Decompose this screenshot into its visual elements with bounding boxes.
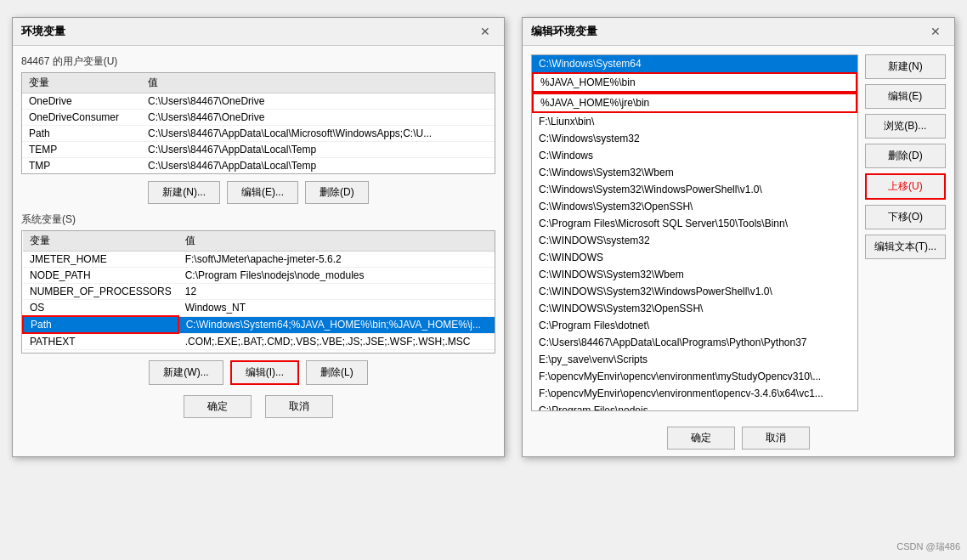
sys-delete-button[interactable]: 删除(L) bbox=[306, 360, 368, 385]
user-variables-table: 变量 值 OneDriveC:\Users\84467\OneDriveOneD… bbox=[22, 73, 495, 174]
edit-env-window: 编辑环境变量 ✕ C:\Windows\System64%JAVA_HOME%\… bbox=[522, 17, 955, 457]
user-val-cell: C:\Users\84467\AppData\Local\Temp bbox=[141, 142, 495, 158]
env-variables-close-button[interactable]: ✕ bbox=[475, 23, 495, 40]
path-list-container[interactable]: C:\Windows\System64%JAVA_HOME%\bin%JAVA_… bbox=[531, 54, 858, 411]
path-list-item[interactable]: E:\py_save\venv\Scripts bbox=[532, 351, 857, 368]
user-var-cell: OneDrive bbox=[22, 93, 141, 110]
sys-table-row[interactable]: PROCESSOR_ARCHITECT...AMD64 bbox=[23, 350, 495, 354]
sys-new-button[interactable]: 新建(W)... bbox=[149, 360, 223, 385]
sys-table-row[interactable]: NODE_PATHC:\Program Files\nodejs\node_mo… bbox=[23, 268, 495, 284]
path-list-item[interactable]: C:\WINDOWS\system32 bbox=[532, 232, 857, 249]
path-list-item[interactable]: C:\Windows\System32\WindowsPowerShell\v1… bbox=[532, 181, 857, 198]
path-list-item[interactable]: %JAVA_HOME%\bin bbox=[532, 72, 857, 93]
sys-val-cell: F:\soft\JMeter\apache-jmeter-5.6.2 bbox=[178, 252, 495, 268]
right-action-button-2[interactable]: 浏览(B)... bbox=[865, 114, 946, 139]
sys-table-row[interactable]: PATHEXT.COM;.EXE;.BAT;.CMD;.VBS;.VBE;.JS… bbox=[23, 333, 495, 350]
left-cancel-button[interactable]: 取消 bbox=[265, 395, 333, 418]
user-table-row[interactable]: OneDriveC:\Users\84467\OneDrive bbox=[22, 93, 495, 110]
path-list-item[interactable]: C:\WINDOWS\System32\Wbem bbox=[532, 266, 857, 283]
path-list-item[interactable]: C:\WINDOWS\System32\OpenSSH\ bbox=[532, 300, 857, 317]
path-list-item[interactable]: F:\Liunx\bin\ bbox=[532, 113, 857, 130]
sys-col-val: 值 bbox=[178, 231, 495, 252]
user-delete-button[interactable]: 删除(D) bbox=[305, 181, 369, 204]
path-list-item[interactable]: F:\opencvMyEnvir\opencv\environment\open… bbox=[532, 385, 857, 402]
path-list-item[interactable]: C:\Windows\System64 bbox=[532, 55, 857, 72]
user-table-row[interactable]: TEMPC:\Users\84467\AppData\Local\Temp bbox=[22, 142, 495, 158]
edit-env-bottom-buttons: 确定 取消 bbox=[523, 420, 954, 456]
sys-table-row[interactable]: PathC:\Windows\System64;%JAVA_HOME%\bin;… bbox=[23, 316, 495, 333]
edit-env-main: C:\Windows\System64%JAVA_HOME%\bin%JAVA_… bbox=[523, 46, 954, 420]
left-ok-button[interactable]: 确定 bbox=[184, 395, 252, 418]
user-buttons-row: 新建(N)... 编辑(E)... 删除(D) bbox=[21, 181, 495, 204]
path-list-item[interactable]: C:\WINDOWS\System32\WindowsPowerShell\v1… bbox=[532, 283, 857, 300]
right-action-buttons: 新建(N)编辑(E)浏览(B)...删除(D)上移(U)下移(O)编辑文本(T)… bbox=[865, 54, 946, 259]
system-variables-table: 变量 值 JMETER_HOMEF:\soft\JMeter\apache-jm… bbox=[22, 231, 495, 354]
path-list: C:\Windows\System64%JAVA_HOME%\bin%JAVA_… bbox=[532, 55, 857, 411]
sys-table-row[interactable]: NUMBER_OF_PROCESSORS12 bbox=[23, 284, 495, 300]
user-val-cell: C:\Users\84467\AppData\Local\Microsoft\W… bbox=[141, 126, 495, 142]
right-action-button-3[interactable]: 删除(D) bbox=[865, 144, 946, 168]
right-action-button-4[interactable]: 上移(U) bbox=[865, 173, 946, 200]
user-table-row[interactable]: TMPC:\Users\84467\AppData\Local\Temp bbox=[22, 158, 495, 174]
user-new-button[interactable]: 新建(N)... bbox=[148, 181, 220, 204]
sys-var-cell: NUMBER_OF_PROCESSORS bbox=[23, 284, 178, 300]
path-list-item[interactable]: C:\Program Files\dotnet\ bbox=[532, 317, 857, 334]
user-var-cell: TEMP bbox=[22, 142, 141, 158]
sys-var-cell: JMETER_HOME bbox=[23, 252, 178, 268]
system-section-label: 系统变量(S) bbox=[21, 212, 495, 227]
edit-env-ok-button[interactable]: 确定 bbox=[667, 427, 735, 450]
path-list-item[interactable]: C:\Windows\system32 bbox=[532, 130, 857, 147]
path-list-item[interactable]: %JAVA_HOME%\jre\bin bbox=[532, 93, 857, 113]
system-variables-table-container: 变量 值 JMETER_HOMEF:\soft\JMeter\apache-jm… bbox=[21, 230, 495, 354]
path-list-item[interactable]: C:\Windows bbox=[532, 147, 857, 164]
user-val-cell: C:\Users\84467\OneDrive bbox=[141, 93, 495, 110]
edit-env-title-bar: 编辑环境变量 ✕ bbox=[523, 18, 954, 46]
path-list-item[interactable]: C:\WINDOWS bbox=[532, 249, 857, 266]
sys-table-row[interactable]: OSWindows_NT bbox=[23, 300, 495, 317]
sys-edit-button[interactable]: 编辑(I)... bbox=[230, 360, 299, 385]
edit-env-cancel-button[interactable]: 取消 bbox=[742, 427, 810, 450]
path-list-item[interactable]: F:\opencvMyEnvir\opencv\environment\mySt… bbox=[532, 368, 857, 385]
user-table-row[interactable]: OneDriveConsumerC:\Users\84467\OneDrive bbox=[22, 110, 495, 126]
sys-var-cell: OS bbox=[23, 300, 178, 317]
sys-val-cell: C:\Program Files\nodejs\node_modules bbox=[178, 268, 495, 284]
sys-table-row[interactable]: JMETER_HOMEF:\soft\JMeter\apache-jmeter-… bbox=[23, 252, 495, 268]
sys-val-cell: Windows_NT bbox=[178, 300, 495, 317]
sys-var-cell: NODE_PATH bbox=[23, 268, 178, 284]
user-col-val: 值 bbox=[141, 73, 495, 93]
left-bottom-buttons-row: 确定 取消 bbox=[21, 395, 495, 418]
sys-col-var: 变量 bbox=[23, 231, 178, 252]
user-table-row[interactable]: PathC:\Users\84467\AppData\Local\Microso… bbox=[22, 126, 495, 142]
sys-val-cell: AMD64 bbox=[178, 350, 495, 354]
path-list-item[interactable]: C:\Windows\System32\Wbem bbox=[532, 164, 857, 181]
right-action-button-1[interactable]: 编辑(E) bbox=[865, 84, 946, 109]
env-variables-window: 环境变量 ✕ 84467 的用户变量(U) 变量 值 O bbox=[12, 17, 505, 457]
user-edit-button[interactable]: 编辑(E)... bbox=[227, 181, 298, 204]
path-list-item[interactable]: C:\Users\84467\AppData\Local\Programs\Py… bbox=[532, 334, 857, 351]
sys-var-cell: PATHEXT bbox=[23, 333, 178, 350]
env-variables-title-bar: 环境变量 ✕ bbox=[13, 18, 504, 46]
user-var-cell: TMP bbox=[22, 158, 141, 174]
path-list-item[interactable]: C:\Program Files\Microsoft SQL Server\15… bbox=[532, 215, 857, 232]
sys-val-cell: .COM;.EXE;.BAT;.CMD;.VBS;.VBE;.JS;.JSE;.… bbox=[178, 333, 495, 350]
user-variables-table-container: 变量 值 OneDriveC:\Users\84467\OneDriveOneD… bbox=[21, 72, 495, 174]
user-col-var: 变量 bbox=[22, 73, 141, 93]
right-action-button-5[interactable]: 下移(O) bbox=[865, 205, 946, 229]
system-buttons-row: 新建(W)... 编辑(I)... 删除(L) bbox=[21, 360, 495, 385]
right-action-button-0[interactable]: 新建(N) bbox=[865, 54, 946, 79]
user-val-cell: C:\Users\84467\AppData\Local\Temp bbox=[141, 158, 495, 174]
edit-env-close-button[interactable]: ✕ bbox=[925, 23, 946, 40]
env-variables-content: 84467 的用户变量(U) 变量 值 OneDriveC:\Users\844… bbox=[13, 46, 504, 427]
user-val-cell: C:\Users\84467\OneDrive bbox=[141, 110, 495, 126]
env-variables-title: 环境变量 bbox=[21, 24, 65, 39]
path-list-item[interactable]: C:\Program Files\nodejs bbox=[532, 402, 857, 411]
user-var-cell: OneDriveConsumer bbox=[22, 110, 141, 126]
sys-val-cell: C:\Windows\System64;%JAVA_HOME%\bin;%JAV… bbox=[178, 316, 495, 333]
user-section-label: 84467 的用户变量(U) bbox=[21, 54, 495, 69]
watermark: CSDN @瑞486 bbox=[896, 540, 960, 553]
right-action-button-6[interactable]: 编辑文本(T)... bbox=[865, 235, 946, 259]
path-list-item[interactable]: C:\Windows\System32\OpenSSH\ bbox=[532, 198, 857, 215]
sys-var-cell: Path bbox=[23, 316, 178, 333]
sys-val-cell: 12 bbox=[178, 284, 495, 300]
edit-env-title: 编辑环境变量 bbox=[531, 24, 597, 39]
